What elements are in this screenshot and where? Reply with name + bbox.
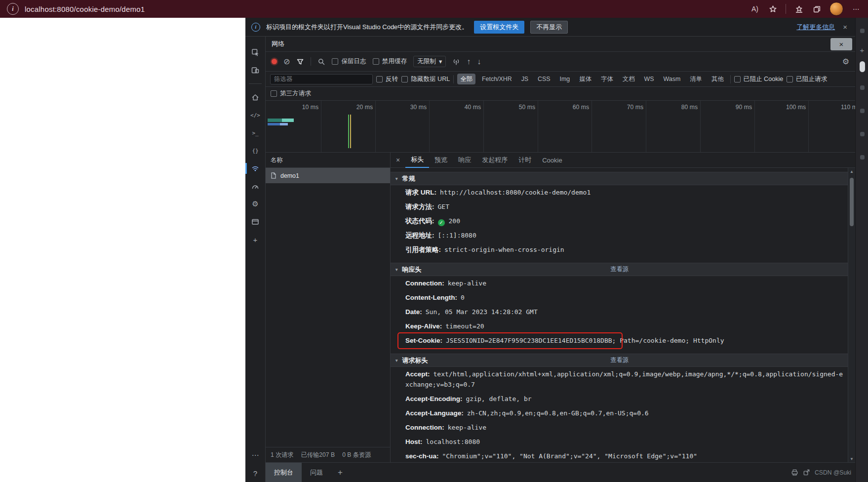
- sidebar-icon[interactable]: [860, 85, 865, 90]
- device-toolbar-button[interactable]: [245, 61, 265, 79]
- notification-close-icon[interactable]: ×: [841, 23, 849, 31]
- dismiss-button[interactable]: 不再显示: [530, 21, 568, 34]
- network-conditions-icon[interactable]: [452, 58, 460, 66]
- filter-type-js[interactable]: JS: [518, 75, 531, 84]
- plus-icon: +: [253, 236, 258, 244]
- help-button[interactable]: ?: [245, 464, 265, 482]
- strip-more-button[interactable]: ⋯: [245, 446, 265, 464]
- export-har-icon[interactable]: ↓: [477, 58, 481, 66]
- section-header-response[interactable]: ▼ 响应头 查看源: [391, 263, 848, 276]
- sidebar-plus-icon[interactable]: +: [860, 42, 865, 57]
- filter-type-media[interactable]: 媒体: [576, 74, 594, 84]
- collapse-triangle-icon[interactable]: ▼: [395, 358, 398, 363]
- timeline-label: 30 ms: [410, 104, 429, 111]
- sidebar-icon[interactable]: [860, 109, 865, 113]
- devtools-panel-network[interactable]: [245, 160, 265, 177]
- disable-cache-checkbox[interactable]: 禁用缓存: [373, 57, 407, 66]
- filter-type-fetch-xhr[interactable]: Fetch/XHR: [479, 75, 515, 84]
- filter-input[interactable]: [270, 74, 373, 84]
- favorites-hub-icon[interactable]: [794, 4, 804, 14]
- devtools-panel-elements[interactable]: </>: [245, 106, 265, 124]
- learn-more-link[interactable]: 了解更多信息: [796, 23, 835, 32]
- filter-funnel-icon[interactable]: [296, 58, 304, 66]
- throttling-dropdown[interactable]: 无限制 ▾: [413, 56, 446, 67]
- filter-type-ws[interactable]: WS: [641, 75, 657, 84]
- filter-type-all[interactable]: 全部: [457, 74, 475, 84]
- sidebar-icon[interactable]: [860, 155, 865, 160]
- details-tab-bar: × 标头 预览 响应 发起程序 计时 Cookie: [391, 153, 855, 168]
- sidebar-icon[interactable]: [860, 132, 865, 136]
- info-icon: i: [251, 23, 260, 32]
- network-filter-bar: 反转 隐藏数据 URL 全部 Fetch/XHR JS CSS Img 媒体 字…: [266, 72, 855, 87]
- clear-button[interactable]: ⊘: [283, 58, 290, 66]
- site-info-icon[interactable]: i: [7, 3, 19, 15]
- drawer-add-tab-icon[interactable]: +: [331, 468, 349, 478]
- header-value: 0: [461, 294, 465, 301]
- devtools-close-button[interactable]: ×: [830, 38, 852, 50]
- blocked-cookies-checkbox[interactable]: 已阻止 Cookie: [734, 75, 783, 83]
- search-icon[interactable]: [317, 58, 325, 66]
- checkbox-label: 保留日志: [341, 57, 366, 66]
- checkbox-box: [401, 76, 408, 82]
- view-source-link[interactable]: 查看源: [610, 265, 629, 274]
- scroll-down-icon[interactable]: ▼: [848, 455, 855, 462]
- drawer-tab-console[interactable]: 控制台: [266, 463, 302, 482]
- filter-type-css[interactable]: CSS: [535, 75, 553, 84]
- view-source-link[interactable]: 查看源: [610, 356, 629, 364]
- record-button[interactable]: [272, 59, 277, 64]
- devtools-window: i 标识项目的根文件夹以打开Visual Studio Code中的源文件并同步…: [245, 18, 855, 482]
- set-root-folder-button[interactable]: 设置根文件夹: [474, 21, 524, 34]
- memory-gear-icon: ⚙: [252, 200, 258, 208]
- preserve-log-checkbox[interactable]: 保留日志: [332, 57, 366, 66]
- collections-icon[interactable]: [812, 4, 822, 14]
- tab-initiator[interactable]: 发起程序: [476, 153, 513, 168]
- tab-headers[interactable]: 标头: [405, 153, 429, 168]
- sidebar-icon[interactable]: [860, 29, 865, 33]
- section-header-request[interactable]: ▼ 请求标头 查看源: [391, 354, 848, 367]
- filter-type-img[interactable]: Img: [557, 75, 573, 84]
- scrollbar-thumb[interactable]: [850, 178, 854, 226]
- inspect-element-button[interactable]: [245, 43, 265, 61]
- filter-type-manifest[interactable]: 清单: [687, 74, 705, 84]
- third-party-checkbox[interactable]: 第三方请求: [271, 89, 311, 98]
- tab-preview[interactable]: 预览: [429, 153, 453, 168]
- devtools-panel-performance[interactable]: [245, 177, 265, 195]
- filter-type-wasm[interactable]: Wasm: [661, 75, 684, 84]
- url-text[interactable]: localhost:8080/cookie-demo/demo1: [25, 5, 145, 13]
- tab-cookies[interactable]: Cookie: [537, 153, 567, 168]
- drawer-tab-issues[interactable]: 问题: [302, 463, 331, 482]
- collapse-triangle-icon[interactable]: ▼: [395, 267, 398, 272]
- hide-data-urls-checkbox[interactable]: 隐藏数据 URL: [401, 75, 450, 83]
- tab-response[interactable]: 响应: [453, 153, 476, 168]
- add-favorite-icon[interactable]: [768, 4, 778, 14]
- import-har-icon[interactable]: ↑: [467, 58, 471, 66]
- tab-timing[interactable]: 计时: [513, 153, 537, 168]
- more-tools-button[interactable]: +: [245, 231, 265, 248]
- blocked-requests-checkbox[interactable]: 已阻止请求: [787, 75, 827, 83]
- invert-checkbox[interactable]: 反转: [376, 75, 398, 83]
- sidebar-active-indicator[interactable]: [860, 61, 865, 72]
- devtools-panel-console[interactable]: >_: [245, 124, 265, 142]
- checkbox-box: [787, 76, 793, 82]
- filter-type-doc[interactable]: 文档: [620, 74, 638, 84]
- browser-menu-icon[interactable]: ⋯: [851, 4, 861, 14]
- section-header-general[interactable]: ▼ 常规: [391, 172, 848, 185]
- network-wifi-icon: [251, 164, 259, 172]
- close-details-icon[interactable]: ×: [391, 156, 405, 164]
- network-overview[interactable]: 10 ms 20 ms 30 ms 40 ms 50 ms 60 ms 70 m…: [266, 101, 855, 153]
- collapse-triangle-icon[interactable]: ▼: [395, 176, 398, 181]
- read-aloud-icon[interactable]: A): [750, 4, 760, 14]
- devtools-panel-application[interactable]: [245, 213, 265, 231]
- profile-avatar[interactable]: [829, 2, 843, 16]
- filter-type-other[interactable]: 其他: [709, 74, 727, 84]
- network-settings-gear-icon[interactable]: ⚙: [842, 57, 849, 66]
- scroll-up-icon[interactable]: ▲: [848, 168, 855, 175]
- request-row-demo1[interactable]: demo1: [266, 168, 390, 183]
- devtools-panel-welcome[interactable]: [245, 88, 265, 106]
- devtools-panel-sources[interactable]: {}: [245, 142, 265, 160]
- devtools-panel-memory[interactable]: ⚙: [245, 195, 265, 213]
- request-list-header[interactable]: 名称: [266, 153, 390, 168]
- filter-type-font[interactable]: 字体: [598, 74, 616, 84]
- popout-icon: [803, 469, 810, 476]
- details-scrollbar[interactable]: ▲ ▼: [848, 168, 855, 462]
